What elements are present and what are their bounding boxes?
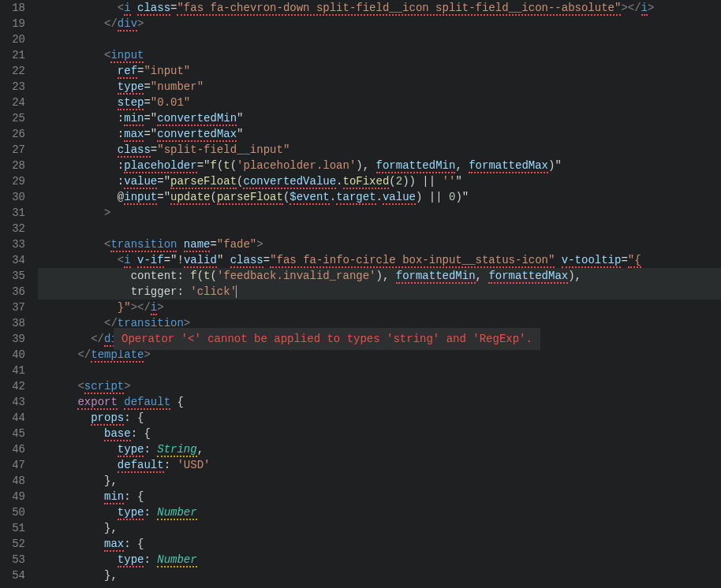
line-number: 46 (6, 441, 25, 457)
code-line[interactable]: class="split-field__input" (38, 142, 721, 158)
code-line[interactable] (38, 32, 721, 47)
code-line[interactable]: ref="input" (38, 63, 721, 79)
code-line[interactable]: step="0.01" (38, 95, 721, 110)
line-number: 24 (6, 95, 25, 110)
code-line[interactable]: max: { (38, 536, 721, 552)
line-number: 50 (6, 504, 25, 520)
line-number: 26 (6, 126, 25, 142)
code-editor[interactable]: 1819202122232425262728293031323334353637… (0, 0, 721, 588)
line-number: 32 (6, 221, 25, 236)
line-number: 48 (6, 473, 25, 489)
line-number: 37 (6, 300, 25, 315)
code-line[interactable]: :value="parseFloat(convertedValue.toFixe… (38, 173, 721, 189)
line-number: 41 (6, 363, 25, 378)
line-number: 40 (6, 347, 25, 363)
code-line[interactable]: }, (38, 473, 721, 489)
line-number: 19 (6, 16, 25, 32)
line-number: 43 (6, 394, 25, 410)
code-line[interactable]: <i class="fas fa-chevron-down split-fiel… (38, 0, 721, 16)
code-line[interactable]: type: String, (38, 441, 721, 457)
line-number: 29 (6, 173, 25, 189)
code-line[interactable]: > (38, 205, 721, 221)
line-number: 33 (6, 236, 25, 252)
text-cursor (236, 285, 237, 298)
code-line[interactable]: base: { (38, 426, 721, 441)
line-number: 27 (6, 142, 25, 158)
line-number: 47 (6, 457, 25, 473)
line-number: 52 (6, 536, 25, 552)
line-number: 23 (6, 79, 25, 95)
line-number: 30 (6, 189, 25, 205)
code-line[interactable]: :placeholder="f(t('placeholder.loan'), f… (38, 158, 721, 173)
code-line[interactable]: @input="update(parseFloat($event.target.… (38, 189, 721, 205)
error-tooltip: Operator '<' cannot be applied to types … (114, 328, 540, 350)
code-line[interactable]: trigger: 'click' (38, 284, 721, 300)
line-number: 38 (6, 315, 25, 331)
line-number: 22 (6, 63, 25, 79)
code-line[interactable]: <i v-if="!valid" class="fas fa-info-circ… (38, 252, 721, 268)
line-number: 35 (6, 268, 25, 284)
line-number: 18 (6, 0, 25, 16)
code-line[interactable] (38, 363, 721, 378)
code-line[interactable]: <script> (38, 378, 721, 394)
line-number: 25 (6, 110, 25, 126)
line-number: 39 (6, 331, 25, 347)
code-line[interactable]: }, (38, 520, 721, 536)
line-number: 31 (6, 205, 25, 221)
line-number: 42 (6, 378, 25, 394)
line-number: 54 (6, 568, 25, 583)
code-line[interactable]: type="number" (38, 79, 721, 95)
line-number-gutter: 1819202122232425262728293031323334353637… (0, 0, 38, 588)
line-number: 36 (6, 284, 25, 300)
code-area[interactable]: <i class="fas fa-chevron-down split-fiel… (38, 0, 721, 588)
code-line[interactable]: <transition name="fade"> (38, 236, 721, 252)
line-number: 51 (6, 520, 25, 536)
code-line[interactable]: </div> (38, 16, 721, 32)
line-number: 53 (6, 552, 25, 568)
code-line[interactable]: }"></i> (38, 300, 721, 315)
code-line[interactable]: <input (38, 47, 721, 63)
code-line[interactable]: type: Number (38, 552, 721, 568)
line-number: 28 (6, 158, 25, 173)
code-line[interactable]: props: { (38, 410, 721, 426)
line-number: 45 (6, 426, 25, 441)
code-line[interactable]: default: 'USD' (38, 457, 721, 473)
line-number: 34 (6, 252, 25, 268)
line-number: 20 (6, 32, 25, 47)
code-line[interactable]: export default { (38, 394, 721, 410)
code-line[interactable]: content: f(t('feedback.invalid_range'), … (38, 268, 721, 284)
code-line[interactable]: type: Number (38, 504, 721, 520)
code-line[interactable]: :min="convertedMin" (38, 110, 721, 126)
code-line[interactable] (38, 221, 721, 236)
line-number: 21 (6, 47, 25, 63)
code-line[interactable]: min: { (38, 489, 721, 504)
line-number: 44 (6, 410, 25, 426)
line-number: 49 (6, 489, 25, 504)
code-line[interactable]: :max="convertedMax" (38, 126, 721, 142)
code-line[interactable]: }, (38, 568, 721, 583)
